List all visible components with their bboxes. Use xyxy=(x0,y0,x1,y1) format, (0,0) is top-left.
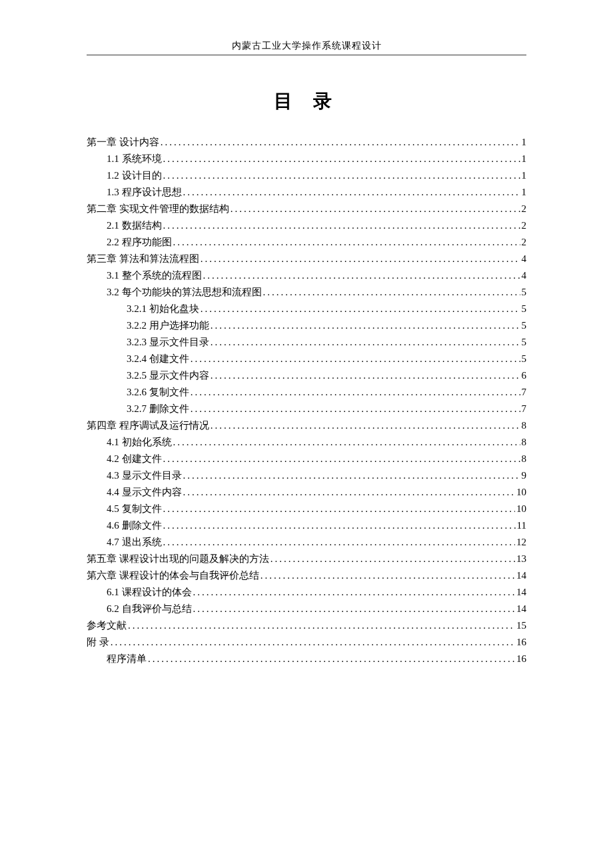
toc-entry-label: 1.1 系统环境 xyxy=(107,151,162,167)
toc-leader-dots xyxy=(231,201,520,217)
toc-entry-label: 第四章 程序调试及运行情况 xyxy=(87,417,209,433)
toc-entry: 第五章 课程设计出现的问题及解决的方法13 xyxy=(87,551,526,567)
toc-entry-label: 1.3 程序设计思想 xyxy=(107,184,182,200)
toc-entry: 3.2.3 显示文件目录5 xyxy=(87,334,526,350)
toc-entry-page: 4 xyxy=(522,267,527,283)
toc-entry-label: 6.1 课程设计的体会 xyxy=(107,584,192,600)
toc-entry-label: 4.4 显示文件内容 xyxy=(107,484,182,500)
toc-entry-label: 6.2 自我评价与总结 xyxy=(107,601,192,617)
toc-entry-label: 第一章 设计内容 xyxy=(87,134,159,150)
toc-entry-page: 7 xyxy=(522,384,527,400)
toc-entry: 4.7 退出系统12 xyxy=(87,534,526,550)
toc-entry-label: 3.2.1 初始化盘块 xyxy=(127,301,199,317)
toc-leader-dots xyxy=(191,384,520,400)
toc-entry-page: 2 xyxy=(522,234,527,250)
table-of-contents: 第一章 设计内容11.1 系统环境11.2 设计目的11.3 程序设计思想1第二… xyxy=(87,134,526,667)
toc-leader-dots xyxy=(163,451,520,467)
toc-leader-dots xyxy=(191,351,520,367)
toc-entry: 附 录16 xyxy=(87,634,526,650)
toc-entry-page: 8 xyxy=(522,417,527,433)
toc-entry-page: 6 xyxy=(522,367,527,383)
toc-leader-dots xyxy=(203,267,520,283)
toc-entry-page: 16 xyxy=(516,634,526,650)
toc-entry-label: 第五章 课程设计出现的问题及解决的方法 xyxy=(87,551,269,567)
toc-entry-page: 11 xyxy=(517,517,526,533)
toc-title: 目 录 xyxy=(87,89,526,114)
toc-leader-dots xyxy=(111,634,515,650)
toc-entry-page: 10 xyxy=(516,484,526,500)
toc-entry-page: 14 xyxy=(516,567,526,583)
toc-entry-page: 14 xyxy=(516,601,526,617)
toc-leader-dots xyxy=(193,584,516,600)
toc-entry-label: 2.1 数据结构 xyxy=(107,217,162,233)
toc-leader-dots xyxy=(201,251,520,267)
toc-entry-label: 3.2.4 创建文件 xyxy=(127,351,189,367)
toc-leader-dots xyxy=(163,501,516,517)
toc-entry-label: 参考文献 xyxy=(87,617,127,633)
toc-entry-label: 第二章 实现文件管理的数据结构 xyxy=(87,201,229,217)
toc-entry-page: 10 xyxy=(516,501,526,517)
toc-leader-dots xyxy=(163,151,520,167)
toc-entry-page: 1 xyxy=(522,134,527,150)
toc-entry-label: 3.2.7 删除文件 xyxy=(127,401,189,417)
toc-leader-dots xyxy=(211,417,520,433)
toc-entry-page: 5 xyxy=(522,351,527,367)
toc-entry: 第三章 算法和算法流程图4 xyxy=(87,251,526,267)
toc-leader-dots xyxy=(173,434,520,450)
toc-leader-dots xyxy=(211,334,520,350)
toc-entry-page: 14 xyxy=(516,584,526,600)
toc-entry: 1.2 设计目的1 xyxy=(87,167,526,183)
toc-leader-dots xyxy=(128,617,515,633)
toc-entry-page: 2 xyxy=(522,201,527,217)
toc-entry-page: 1 xyxy=(522,151,527,167)
document-page: 内蒙古工业大学操作系统课程设计 目 录 第一章 设计内容11.1 系统环境11.… xyxy=(0,0,613,667)
toc-entry-label: 4.3 显示文件目录 xyxy=(107,467,182,483)
toc-entry: 2.2 程序功能图2 xyxy=(87,234,526,250)
toc-entry-page: 2 xyxy=(522,217,527,233)
toc-entry-page: 4 xyxy=(522,251,527,267)
toc-entry-label: 4.7 退出系统 xyxy=(107,534,162,550)
toc-entry: 3.2.5 显示文件内容6 xyxy=(87,367,526,383)
toc-entry-page: 5 xyxy=(522,284,527,300)
toc-entry-label: 3.2.5 显示文件内容 xyxy=(127,367,209,383)
toc-entry-label: 4.2 创建文件 xyxy=(107,451,162,467)
toc-leader-dots xyxy=(183,184,520,200)
toc-leader-dots xyxy=(271,551,515,567)
toc-entry: 4.5 复制文件10 xyxy=(87,501,526,517)
toc-entry-page: 1 xyxy=(522,184,527,200)
toc-entry: 6.1 课程设计的体会14 xyxy=(87,584,526,600)
toc-entry-label: 附 录 xyxy=(87,634,109,650)
toc-entry: 第二章 实现文件管理的数据结构2 xyxy=(87,201,526,217)
toc-entry: 4.2 创建文件8 xyxy=(87,451,526,467)
toc-entry: 1.3 程序设计思想1 xyxy=(87,184,526,200)
toc-entry: 3.2.2 用户选择功能5 xyxy=(87,317,526,333)
toc-entry: 3.2.7 删除文件7 xyxy=(87,401,526,417)
toc-entry: 4.3 显示文件目录9 xyxy=(87,467,526,483)
toc-entry: 3.2.1 初始化盘块5 xyxy=(87,301,526,317)
toc-entry-label: 4.6 删除文件 xyxy=(107,517,162,533)
page-header: 内蒙古工业大学操作系统课程设计 xyxy=(87,40,526,55)
toc-entry-page: 5 xyxy=(522,334,527,350)
toc-entry-page: 5 xyxy=(522,317,527,333)
toc-leader-dots xyxy=(161,134,520,150)
toc-entry-label: 3.1 整个系统的流程图 xyxy=(107,267,202,283)
toc-entry: 1.1 系统环境1 xyxy=(87,151,526,167)
toc-entry: 程序清单16 xyxy=(87,651,526,667)
toc-entry-label: 3.2.2 用户选择功能 xyxy=(127,317,209,333)
toc-leader-dots xyxy=(211,367,520,383)
toc-leader-dots xyxy=(163,167,520,183)
toc-entry: 第六章 课程设计的体会与自我评价总结14 xyxy=(87,567,526,583)
toc-entry: 第一章 设计内容1 xyxy=(87,134,526,150)
toc-entry-label: 3.2.6 复制文件 xyxy=(127,384,189,400)
toc-entry-label: 第六章 课程设计的体会与自我评价总结 xyxy=(87,567,259,583)
toc-entry-page: 16 xyxy=(516,651,526,667)
toc-entry-page: 8 xyxy=(522,434,527,450)
toc-entry-label: 程序清单 xyxy=(107,651,147,667)
toc-entry: 参考文献15 xyxy=(87,617,526,633)
toc-entry-label: 1.2 设计目的 xyxy=(107,167,162,183)
toc-entry-page: 15 xyxy=(516,617,526,633)
header-underline xyxy=(87,55,526,55)
toc-entry-label: 3.2.3 显示文件目录 xyxy=(127,334,209,350)
toc-leader-dots xyxy=(173,234,520,250)
toc-entry-page: 8 xyxy=(522,451,527,467)
